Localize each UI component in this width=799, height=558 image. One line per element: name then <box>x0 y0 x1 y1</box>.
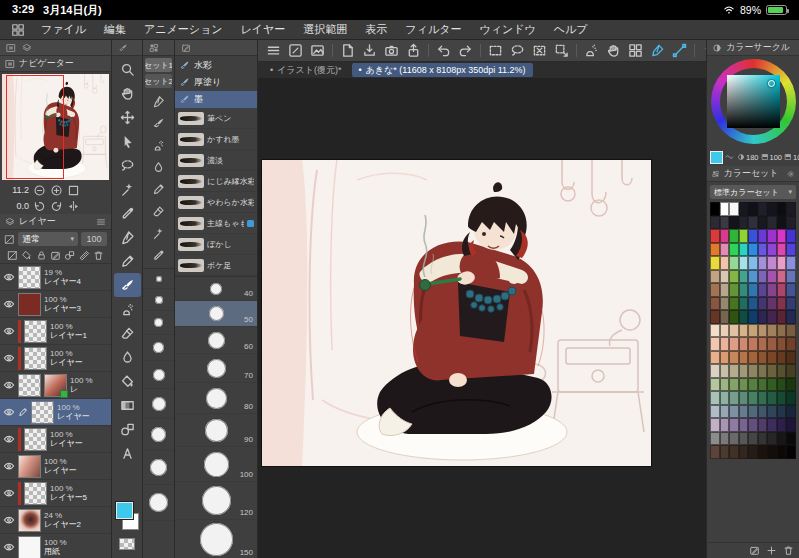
brush-size-100[interactable]: 100 <box>175 447 257 482</box>
color-swatch[interactable] <box>786 229 796 243</box>
color-swatch[interactable] <box>748 216 758 230</box>
color-swatch[interactable] <box>767 445 777 459</box>
layer-opacity-field[interactable]: 100 <box>81 232 107 246</box>
tool-pencil[interactable] <box>114 249 141 273</box>
color-swatch[interactable] <box>758 432 768 446</box>
mini-brush-size[interactable] <box>143 361 174 389</box>
save-button[interactable] <box>362 43 377 58</box>
color-swatch[interactable] <box>767 256 777 270</box>
color-swatch[interactable] <box>710 229 720 243</box>
color-swatch[interactable] <box>758 445 768 459</box>
color-swatch[interactable] <box>710 337 720 351</box>
menu-item-7[interactable]: ウィンドウ <box>470 20 544 39</box>
color-swatch[interactable] <box>777 256 787 270</box>
menu-item-8[interactable]: ヘルプ <box>545 20 597 39</box>
color-swatch[interactable] <box>739 432 749 446</box>
navigator-icon[interactable] <box>6 43 16 53</box>
layer-figure-button[interactable] <box>64 250 75 261</box>
color-swatch[interactable] <box>786 378 796 392</box>
tool-airbrush[interactable] <box>114 297 141 321</box>
color-set-select[interactable]: 標準カラーセット ▾ <box>710 185 796 199</box>
mini-subtool-blend[interactable] <box>145 156 173 178</box>
navigator-preview[interactable] <box>2 74 109 180</box>
color-swatch[interactable] <box>739 283 749 297</box>
tool-blend[interactable] <box>114 345 141 369</box>
color-swatch[interactable] <box>739 364 749 378</box>
color-swatch[interactable] <box>710 243 720 257</box>
layer-row-4[interactable]: 100 %レ <box>0 372 111 399</box>
color-swatch[interactable] <box>767 297 777 311</box>
color-swatch[interactable] <box>767 216 777 230</box>
menu-item-2[interactable]: アニメーション <box>135 20 232 39</box>
color-swatch[interactable] <box>767 337 777 351</box>
color-swatch[interactable] <box>720 202 730 216</box>
color-swatch[interactable] <box>767 243 777 257</box>
color-swatch[interactable] <box>777 229 787 243</box>
tool-figure[interactable] <box>114 417 141 441</box>
navigator-view-rectangle[interactable] <box>6 75 64 179</box>
color-swatch[interactable] <box>739 324 749 338</box>
color-swatch[interactable] <box>777 364 787 378</box>
layer-row-8[interactable]: 100 %レイヤー5 <box>0 480 111 507</box>
color-swatch[interactable] <box>758 418 768 432</box>
color-swatch[interactable] <box>767 202 777 216</box>
color-swatch[interactable] <box>786 364 796 378</box>
color-swatch[interactable] <box>710 405 720 419</box>
color-swatch[interactable] <box>786 202 796 216</box>
color-swatch[interactable] <box>710 310 720 324</box>
saturation-value[interactable]: 100 <box>761 153 783 162</box>
color-swatch[interactable] <box>767 270 777 284</box>
redo-button[interactable] <box>458 43 473 58</box>
palette-icon[interactable] <box>149 43 159 53</box>
color-swatch[interactable] <box>729 337 739 351</box>
subtool-brush-5[interactable]: 主線もゃもゃ <box>175 213 257 234</box>
color-swatch[interactable] <box>720 432 730 446</box>
color-swatch[interactable] <box>786 445 796 459</box>
color-swatch[interactable] <box>710 297 720 311</box>
sv-square[interactable] <box>727 75 780 128</box>
color-swatch[interactable] <box>748 297 758 311</box>
layer-row-10[interactable]: 100 %用紙 <box>0 534 111 558</box>
eye-icon[interactable] <box>3 541 15 553</box>
mini-subtool-pencil[interactable] <box>145 178 173 200</box>
color-swatch[interactable] <box>748 445 758 459</box>
color-swatch[interactable] <box>777 310 787 324</box>
color-swatch[interactable] <box>720 405 730 419</box>
eye-icon[interactable] <box>3 433 15 445</box>
subtool-brush-2[interactable]: 濃淡 <box>175 150 257 171</box>
color-swatch[interactable] <box>720 337 730 351</box>
tool-hand[interactable] <box>114 81 141 105</box>
color-swatch[interactable] <box>777 297 787 311</box>
color-swatch[interactable] <box>777 405 787 419</box>
layer-opacity-button[interactable] <box>7 250 18 261</box>
color-swatch[interactable] <box>786 256 796 270</box>
color-swatch[interactable] <box>758 337 768 351</box>
brush-size-70[interactable]: 70 <box>175 354 257 383</box>
color-swatch[interactable] <box>729 405 739 419</box>
tool-operation[interactable] <box>114 129 141 153</box>
color-swatch[interactable] <box>729 324 739 338</box>
colorset-plus-button[interactable] <box>766 545 777 556</box>
color-swatch[interactable] <box>729 243 739 257</box>
flip-h-button[interactable] <box>67 200 80 213</box>
color-swatch[interactable] <box>710 351 720 365</box>
brush-size-80[interactable]: 80 <box>175 383 257 414</box>
color-swatch[interactable] <box>739 229 749 243</box>
layer-row-5[interactable]: 100 %レイヤー <box>0 399 111 426</box>
mini-brush-size[interactable] <box>143 419 174 451</box>
color-swatch[interactable] <box>710 418 720 432</box>
subtool-group-2[interactable]: 墨 <box>175 91 257 108</box>
menu-item-1[interactable]: 編集 <box>95 20 135 39</box>
color-swatch[interactable] <box>729 364 739 378</box>
spray-button[interactable] <box>584 43 599 58</box>
color-swatch[interactable] <box>777 324 787 338</box>
eye-icon[interactable] <box>3 406 15 418</box>
eye-icon[interactable] <box>3 271 15 283</box>
tool-pen[interactable] <box>114 225 141 249</box>
layers-icon[interactable] <box>22 43 32 53</box>
subtool-set-tab-1[interactable]: セット2 <box>145 74 172 88</box>
snap-pen-button[interactable] <box>650 43 665 58</box>
current-color-swatch[interactable] <box>710 151 723 164</box>
brush-icon[interactable] <box>118 43 128 53</box>
layer-trash-button[interactable] <box>93 250 104 261</box>
